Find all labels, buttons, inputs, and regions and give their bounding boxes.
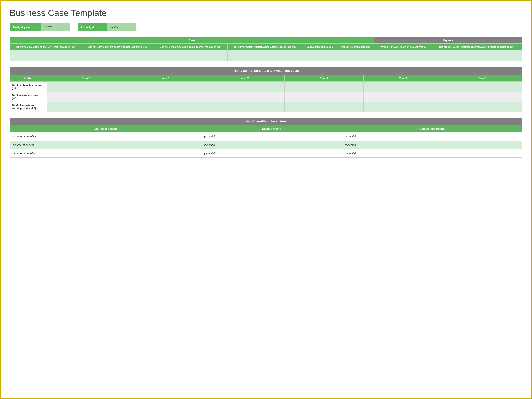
yearly-col-0: Year 0 xyxy=(47,75,126,82)
benefits-col-completion: Completion criteria xyxy=(342,125,522,132)
yearly-header: Yearly split of benefits and investment … xyxy=(10,67,522,75)
benefits-source-3[interactable]: Source of benefit 3 xyxy=(10,149,201,158)
costs-col-5: Capital expenditure (k€) xyxy=(303,44,337,50)
yearly-cell-2-3[interactable] xyxy=(284,92,364,102)
yearly-cell-3-4[interactable] xyxy=(364,102,443,112)
yearly-cell-3-3[interactable] xyxy=(284,102,364,112)
yearly-label-1: Total net benefits realized (k€) xyxy=(10,82,47,92)
benefits-change-1[interactable]: (Specify) xyxy=(201,132,342,141)
in-budget-label: In budget xyxy=(78,24,107,31)
yearly-cell-2-0[interactable] xyxy=(47,92,126,102)
benefits-completion-1[interactable]: (Specify) xyxy=(342,132,522,141)
yearly-cell-2-5[interactable] xyxy=(443,92,522,102)
benefits-change-3[interactable]: (Specify) xyxy=(201,149,342,158)
yearly-cell-1-5[interactable] xyxy=(443,82,522,92)
costs-cell-6[interactable] xyxy=(337,50,374,61)
costs-col-2: One time development costs external reso… xyxy=(81,44,153,50)
costs-cell-7[interactable] xyxy=(374,50,431,61)
yearly-cell-3-0[interactable] xyxy=(47,102,126,112)
costs-cell-5[interactable] xyxy=(303,50,337,61)
page-title: Business Case Template xyxy=(10,8,522,18)
yearly-col-metric: Metric xyxy=(10,75,47,82)
benefits-header: List of benefits to be attained xyxy=(10,118,522,125)
benefits-section: List of benefits to be attained Source o… xyxy=(10,118,522,158)
yearly-table: Metric Year 0 Year 1 Year 2 Year 3 Year … xyxy=(10,75,522,112)
costs-col-4: One time implementation costs external r… xyxy=(228,44,303,50)
benefits-row-1: Source of benefit 1 (Specify) (Specify) xyxy=(10,132,522,141)
yearly-col-4: Year 4 xyxy=(364,75,443,82)
costs-col-8: Net present value - horizon of 5 years a… xyxy=(431,44,522,50)
benefits-row-2: Source of benefit 2 (Specify) (Specify) xyxy=(10,141,522,149)
costs-col-3: One time implementation costs internal r… xyxy=(153,44,228,50)
yearly-cell-2-2[interactable] xyxy=(205,92,285,102)
yearly-cell-1-3[interactable] xyxy=(284,82,364,92)
benefits-source-1[interactable]: Source of benefit 1 xyxy=(10,132,201,141)
costs-col-6: Annual running costs (k€) xyxy=(337,44,374,50)
yearly-label-3: Total change in net working capital (k€) xyxy=(10,102,47,112)
costs-section: Costs Payback One time development costs… xyxy=(10,37,522,62)
costs-cell-2[interactable] xyxy=(81,50,153,61)
benefits-source-2[interactable]: Source of benefit 2 xyxy=(10,141,201,149)
payback-header: Payback xyxy=(374,37,522,44)
yearly-col-2: Year 2 xyxy=(205,75,285,82)
yearly-cell-1-0[interactable] xyxy=(47,82,126,92)
yearly-cell-1-4[interactable] xyxy=(364,82,443,92)
budget-year-label: Budget year xyxy=(10,24,41,31)
yearly-row-1: Total net benefits realized (k€) xyxy=(10,82,522,92)
costs-cell-3[interactable] xyxy=(153,50,228,61)
benefits-col-source: Source of benefit xyxy=(10,125,201,132)
costs-data-row xyxy=(10,50,522,61)
yearly-cell-2-1[interactable] xyxy=(126,92,205,102)
costs-col-1: One time development costs internal reso… xyxy=(10,44,81,50)
budget-year-value[interactable]: YYYY xyxy=(41,24,70,31)
budget-spacer xyxy=(70,24,78,31)
yearly-row-3: Total change in net working capital (k€) xyxy=(10,102,522,112)
yearly-section: Yearly split of benefits and investment … xyxy=(10,67,522,112)
yearly-cell-3-2[interactable] xyxy=(205,102,285,112)
yearly-col-5: Year 5 xyxy=(443,75,522,82)
costs-cell-4[interactable] xyxy=(228,50,303,61)
benefits-table: Source of benefit Change metric Completi… xyxy=(10,125,522,158)
yearly-cell-3-1[interactable] xyxy=(126,102,205,112)
costs-header: Costs xyxy=(10,37,374,44)
costs-table: Costs Payback One time development costs… xyxy=(10,37,522,61)
budget-row: Budget year YYYY In budget yes/no xyxy=(10,24,522,31)
benefits-change-2[interactable]: (Specify) xyxy=(201,141,342,149)
benefits-col-change: Change metric xyxy=(201,125,342,132)
yearly-cell-1-1[interactable] xyxy=(126,82,205,92)
yearly-col-1: Year 1 xyxy=(126,75,205,82)
in-budget-value[interactable]: yes/no xyxy=(107,24,136,31)
costs-cell-1[interactable] xyxy=(10,50,81,61)
yearly-cell-2-4[interactable] xyxy=(364,92,443,102)
yearly-label-2: Total investment costs (k€) xyxy=(10,92,47,102)
benefits-completion-3[interactable]: (Specify) xyxy=(342,149,522,158)
yearly-row-2: Total investment costs (k€) xyxy=(10,92,522,102)
yearly-col-3: Year 3 xyxy=(284,75,364,82)
yearly-cell-3-5[interactable] xyxy=(443,102,522,112)
costs-cell-8[interactable] xyxy=(431,50,522,61)
yearly-cell-1-2[interactable] xyxy=(205,82,285,92)
benefits-row-3: Source of benefit 3 (Specify) (Specify) xyxy=(10,149,522,158)
benefits-completion-2[interactable]: (Specify) xyxy=(342,141,522,149)
costs-col-7: Payback time after start of project (yea… xyxy=(374,44,431,50)
